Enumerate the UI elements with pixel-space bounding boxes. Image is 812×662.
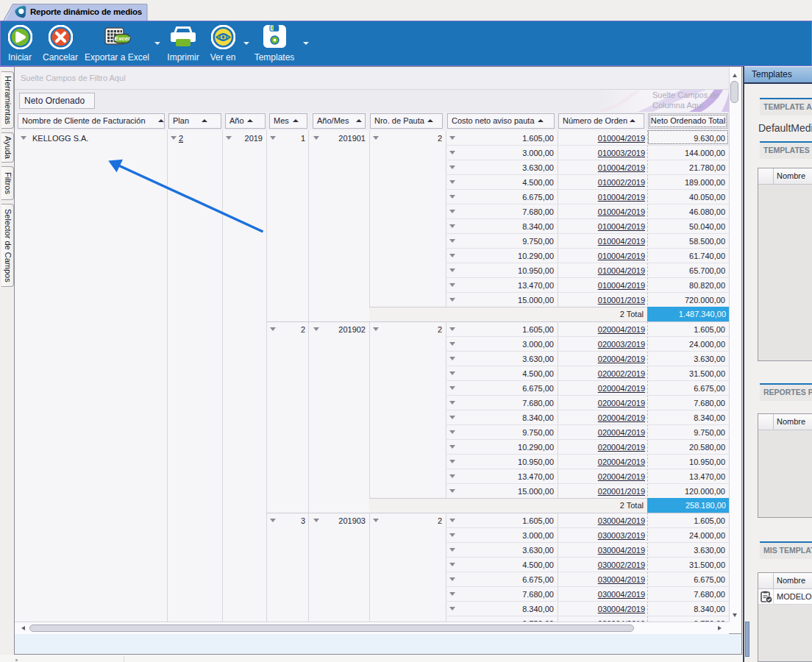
svg-text:Excel: Excel [115,35,131,42]
